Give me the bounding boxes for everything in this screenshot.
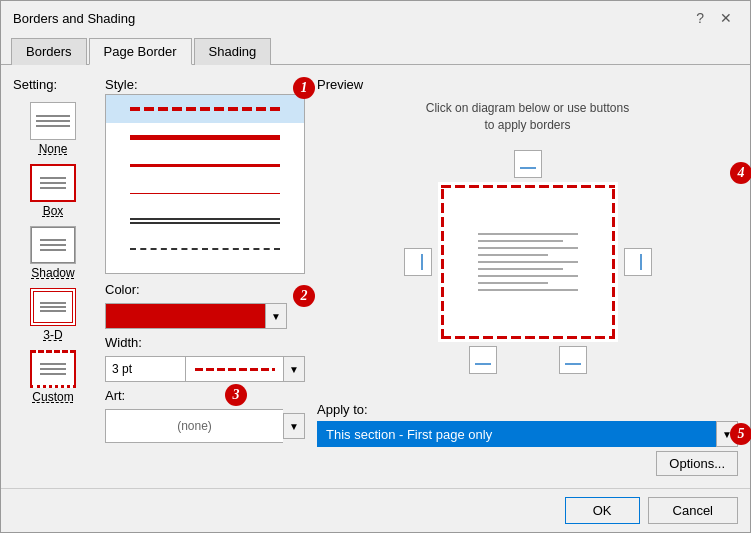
style-item-6[interactable] xyxy=(106,263,304,274)
style-item-5[interactable] xyxy=(106,235,304,263)
preview-hint: Click on diagram below or use buttonsto … xyxy=(317,100,738,134)
footer: OK Cancel xyxy=(1,488,750,532)
art-section: Art: (none) ▼ xyxy=(105,388,305,443)
style-item-1[interactable] xyxy=(106,123,304,151)
close-button[interactable]: ✕ xyxy=(714,9,738,27)
help-button[interactable]: ? xyxy=(690,9,710,27)
setting-icon-3d xyxy=(30,288,76,326)
top-border-btn[interactable] xyxy=(514,150,542,178)
options-button[interactable]: Options... xyxy=(656,451,738,476)
width-dropdown-btn[interactable]: ▼ xyxy=(283,356,305,382)
style-list[interactable] xyxy=(105,94,305,274)
setting-panel: Setting: None Box Shadow xyxy=(13,77,93,476)
art-select-row: (none) ▼ xyxy=(105,409,305,443)
tab-borders[interactable]: Borders xyxy=(11,38,87,65)
color-swatch[interactable] xyxy=(105,303,265,329)
setting-custom[interactable]: Custom xyxy=(13,348,93,406)
dialog-title: Borders and Shading xyxy=(13,11,135,26)
style-label: Style: xyxy=(105,77,305,92)
style-item-2[interactable] xyxy=(106,151,304,179)
title-bar: Borders and Shading ? ✕ xyxy=(1,1,750,27)
ok-button[interactable]: OK xyxy=(565,497,640,524)
setting-label: Setting: xyxy=(13,77,93,92)
tabs-bar: Borders Page Border Shading xyxy=(1,31,750,65)
setting-icon-shadow xyxy=(30,226,76,264)
preview-border-visual xyxy=(438,182,618,342)
setting-none[interactable]: None xyxy=(13,100,93,158)
setting-shadow[interactable]: Shadow xyxy=(13,224,93,282)
middle-panel: 1 Style: xyxy=(105,77,305,476)
borders-and-shading-dialog: Borders and Shading ? ✕ Borders Page Bor… xyxy=(0,0,751,533)
width-line-visual xyxy=(195,368,275,371)
tab-page-border[interactable]: Page Border xyxy=(89,38,192,65)
annotation-3: 3 xyxy=(225,384,247,406)
preview-top-row xyxy=(404,150,652,178)
style-section: Style: xyxy=(105,77,305,274)
bottom-left-border-btn[interactable] xyxy=(469,346,497,374)
setting-name-box: Box xyxy=(43,204,64,218)
bottom-right-border-btn[interactable] xyxy=(559,346,587,374)
right-panel: Preview Click on diagram below or use bu… xyxy=(317,77,738,476)
cancel-button[interactable]: Cancel xyxy=(648,497,738,524)
setting-name-none: None xyxy=(39,142,68,156)
setting-icon-custom xyxy=(30,350,76,388)
color-select-row: ▼ xyxy=(105,303,305,329)
preview-area xyxy=(317,150,738,374)
preview-bottom-row xyxy=(404,346,652,374)
color-label: Color: xyxy=(105,282,305,297)
setting-box[interactable]: Box xyxy=(13,162,93,220)
style-item-0[interactable] xyxy=(106,95,304,123)
setting-name-custom: Custom xyxy=(32,390,73,404)
annotation-4: 4 xyxy=(730,162,751,184)
setting-icon-box xyxy=(30,164,76,202)
width-value: 3 pt xyxy=(105,356,185,382)
width-select-row: 3 pt ▼ xyxy=(105,356,305,382)
setting-name-shadow: Shadow xyxy=(31,266,74,280)
tab-shading[interactable]: Shading xyxy=(194,38,272,65)
apply-to-select-row: This section - First page only ▼ xyxy=(317,421,738,447)
right-border-btn[interactable] xyxy=(624,248,652,276)
art-label: Art: xyxy=(105,388,305,403)
annotation-1: 1 xyxy=(293,77,315,99)
color-dropdown-btn[interactable]: ▼ xyxy=(265,303,287,329)
main-content: Setting: None Box Shadow xyxy=(1,65,750,488)
annotation-5: 5 xyxy=(730,423,751,445)
style-item-4[interactable] xyxy=(106,207,304,235)
apply-to-value: This section - First page only xyxy=(317,421,716,447)
width-preview xyxy=(185,356,283,382)
setting-3d[interactable]: 3-D xyxy=(13,286,93,344)
left-border-btn[interactable] xyxy=(404,248,432,276)
style-item-3[interactable] xyxy=(106,179,304,207)
annotation-2: 2 xyxy=(293,285,315,307)
preview-box[interactable] xyxy=(438,182,618,342)
art-dropdown-btn[interactable]: ▼ xyxy=(283,413,305,439)
width-section: Width: 3 pt ▼ xyxy=(105,335,305,382)
apply-to-section: Apply to: This section - First page only… xyxy=(317,402,738,476)
preview-label: Preview xyxy=(317,77,738,92)
title-bar-controls: ? ✕ xyxy=(690,9,738,27)
width-label: Width: xyxy=(105,335,305,350)
color-section: Color: ▼ xyxy=(105,282,305,329)
preview-middle-row xyxy=(404,182,652,342)
art-value: (none) xyxy=(105,409,283,443)
setting-icon-none xyxy=(30,102,76,140)
setting-name-3d: 3-D xyxy=(43,328,62,342)
apply-to-label: Apply to: xyxy=(317,402,738,417)
